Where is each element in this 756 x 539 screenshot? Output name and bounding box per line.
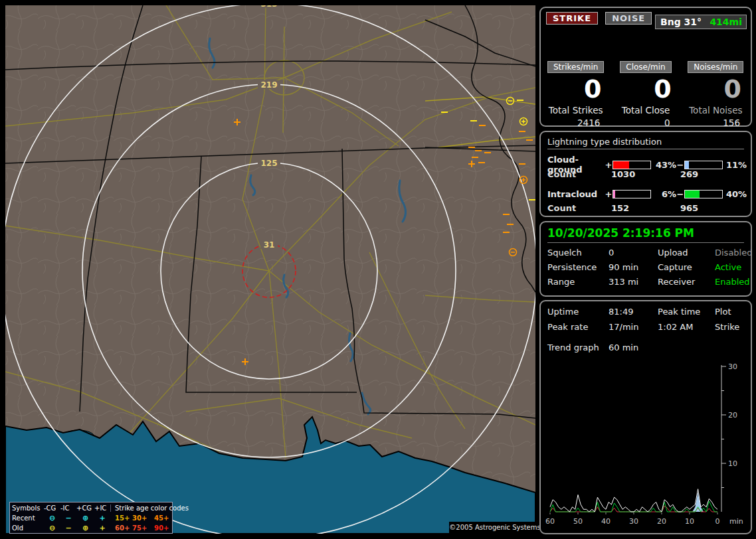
legend-age-90+: 90+ bbox=[154, 524, 174, 532]
x-tick-label: 30 bbox=[629, 517, 638, 526]
cloud-ground-row: Cloud-ground + 43% − 11% bbox=[547, 155, 751, 165]
plot-label: Plot bbox=[715, 307, 751, 317]
ic-negative-count: 965 bbox=[680, 203, 751, 214]
cg-positive-count: 1030 bbox=[611, 169, 680, 180]
cg-negative-count: 269 bbox=[680, 169, 751, 180]
peak-rate-label: Peak rate bbox=[547, 322, 609, 332]
plot-value: Strike bbox=[715, 322, 751, 332]
trend-graph-row: Trend graph 60 min bbox=[547, 343, 751, 352]
legend-symbol--CG: ⊖ bbox=[44, 514, 60, 522]
total-noises-label: Total Noises bbox=[685, 105, 747, 116]
trend-graph-label: Trend graph bbox=[547, 343, 609, 352]
noises-per-min-value: 0 bbox=[685, 74, 747, 104]
receiver-label: Receiver bbox=[658, 277, 715, 287]
ic-positive-count: 152 bbox=[611, 203, 680, 214]
minus-sign: − bbox=[676, 189, 684, 199]
persistence-value: 90 min bbox=[609, 262, 658, 272]
upload-label: Upload bbox=[658, 248, 715, 258]
strikes-per-min-label[interactable]: Strikes/min bbox=[547, 61, 604, 73]
series-ic bbox=[550, 501, 717, 512]
count-label: Count bbox=[547, 203, 611, 214]
capture-value: Active bbox=[715, 262, 751, 272]
intracloud-row: Intracloud + 6% − 40% bbox=[547, 189, 751, 199]
uptime-value: 81:49 bbox=[609, 307, 658, 317]
legend-symbol--CG: ⊖ bbox=[44, 524, 60, 532]
close-per-min-column: Close/min 0 Total Close 0 bbox=[614, 61, 676, 128]
legend-grid: Symbols-CG-IC+CG+ICStrike age color code… bbox=[10, 502, 172, 533]
bearing-label: Bng 31° bbox=[656, 17, 702, 27]
total-noises-value: 156 bbox=[685, 117, 747, 128]
ring-label-219: 219 bbox=[260, 80, 277, 90]
trend-graph-value: 60 min bbox=[609, 343, 658, 352]
range-label: Range bbox=[547, 277, 609, 287]
map-area[interactable]: 31321912531 ©2005 Astrogenic Systems bbox=[5, 5, 535, 534]
y-tick-label: 20 bbox=[728, 411, 737, 420]
legend-symbol--IC: − bbox=[60, 524, 76, 532]
x-tick-label: 40 bbox=[601, 517, 611, 526]
x-axis-unit: min bbox=[729, 517, 743, 526]
distribution-title: Lightning type distribution bbox=[547, 137, 744, 149]
noises-per-min-label[interactable]: Noises/min bbox=[688, 61, 743, 73]
noise-button[interactable]: NOISE bbox=[605, 12, 652, 25]
nexstorm-window: 31321912531 ©2005 Astrogenic Systems Sym… bbox=[0, 0, 756, 539]
upload-value: Disabled bbox=[715, 248, 752, 258]
cloud-ground-counts: Count 1030 269 bbox=[547, 169, 751, 180]
strikes-per-min-value: 0 bbox=[545, 74, 607, 104]
series-total bbox=[550, 489, 717, 512]
legend-symbol-+CG: ⊕ bbox=[76, 514, 94, 522]
rate-counters: Strikes/min 0 Total Strikes 2416 Close/m… bbox=[545, 61, 747, 128]
x-tick-label: 60 bbox=[545, 517, 555, 526]
bearing-box: Bng 31° 414mi bbox=[655, 15, 747, 29]
bearing-distance: 414mi bbox=[709, 15, 746, 29]
ring-label-31: 31 bbox=[264, 240, 275, 250]
legend-column-+IC: +IC bbox=[94, 504, 110, 512]
legend-row-label: Old bbox=[12, 524, 44, 532]
copyright-text: ©2005 Astrogenic Systems bbox=[449, 522, 541, 534]
total-close-value: 0 bbox=[614, 117, 676, 128]
legend-row-label: Recent bbox=[12, 514, 44, 522]
close-per-min-value: 0 bbox=[614, 74, 676, 104]
x-tick-label: 10 bbox=[685, 517, 694, 526]
legend-column--IC: -IC bbox=[60, 504, 76, 512]
legend-age-45+: 45+ bbox=[154, 514, 174, 522]
datetime-display: 10/20/2025 2:19:16 PM bbox=[547, 226, 744, 243]
cg-positive-pct: 43% bbox=[651, 160, 676, 170]
y-tick-label: 30 bbox=[728, 362, 737, 371]
cg-negative-pct: 11% bbox=[723, 160, 747, 170]
legend-age-60+: 60+ bbox=[110, 524, 132, 532]
legend-symbols-title: Symbols bbox=[12, 504, 44, 512]
y-tick-label: 10 bbox=[728, 459, 737, 468]
legend-age-15+: 15+ bbox=[110, 514, 132, 522]
legend-symbol-+IC: + bbox=[94, 514, 110, 522]
x-tick-label: 0 bbox=[715, 517, 720, 526]
ic-positive-bar bbox=[613, 190, 651, 198]
legend-symbol--IC: − bbox=[60, 514, 76, 522]
status-row: Squelch 0 Upload Disabled bbox=[547, 248, 751, 258]
counters-box: STRIKE NOISE Bng 31° 414mi Strikes/min 0… bbox=[539, 7, 752, 127]
legend-column--CG: -CG bbox=[44, 504, 60, 512]
stats-row: Uptime 81:49 Peak time Plot bbox=[547, 307, 751, 317]
squelch-value: 0 bbox=[609, 248, 658, 258]
range-value: 313 mi bbox=[609, 277, 658, 287]
cg-positive-bar bbox=[613, 161, 651, 169]
plus-sign: + bbox=[605, 189, 613, 199]
legend-age-30+: 30+ bbox=[132, 514, 154, 522]
lightning-map[interactable]: 31321912531 bbox=[5, 5, 535, 534]
uptime-label: Uptime bbox=[547, 307, 609, 317]
intracloud-counts: Count 152 965 bbox=[547, 203, 751, 214]
strike-button[interactable]: STRIKE bbox=[546, 12, 598, 25]
status-box: 10/20/2025 2:19:16 PM Squelch 0 Upload D… bbox=[539, 221, 752, 297]
capture-label: Capture bbox=[658, 262, 715, 272]
strikes-per-min-column: Strikes/min 0 Total Strikes 2416 bbox=[545, 61, 607, 128]
stats-box: Uptime 81:49 Peak time Plot Peak rate 17… bbox=[539, 300, 752, 534]
legend-symbol-+IC: + bbox=[94, 524, 110, 532]
peak-time-value: 1:02 AM bbox=[658, 322, 715, 332]
total-strikes-label: Total Strikes bbox=[545, 105, 607, 116]
legend-symbol-+CG: ⊕ bbox=[76, 524, 94, 532]
status-row: Range 313 mi Receiver Enabled bbox=[547, 277, 751, 287]
map-legend: Symbols-CG-IC+CG+ICStrike age color code… bbox=[9, 502, 173, 534]
noises-per-min-column: Noises/min 0 Total Noises 156 bbox=[685, 61, 747, 128]
squelch-label: Squelch bbox=[547, 248, 609, 258]
x-tick-label: 20 bbox=[657, 517, 666, 526]
close-per-min-label[interactable]: Close/min bbox=[620, 61, 671, 73]
